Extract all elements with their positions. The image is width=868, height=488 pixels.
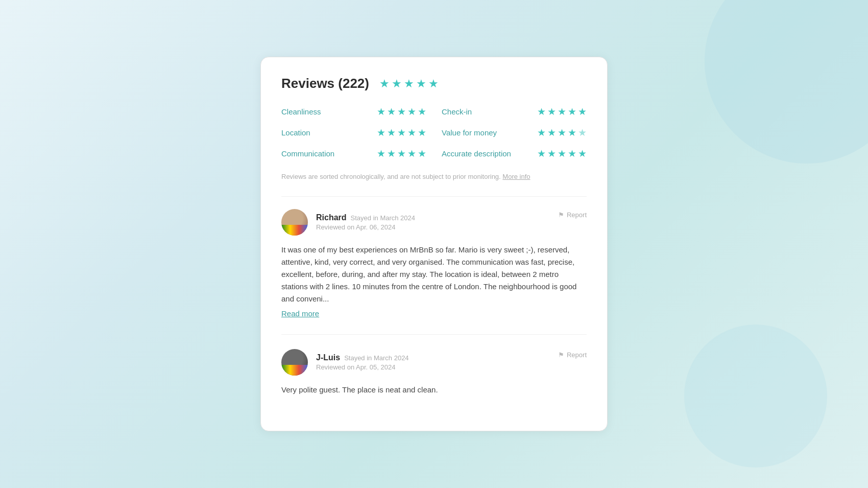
check-in-stars: ★ ★ ★ ★ ★ — [537, 106, 587, 118]
reviewer-name-jluis: J-Luis — [316, 353, 340, 362]
star: ★ — [558, 148, 566, 159]
review-jluis-header: J-Luis Stayed in March 2024 Reviewed on … — [281, 349, 587, 376]
more-info-link[interactable]: More info — [502, 173, 530, 180]
reviews-header: Reviews (222) ★ ★ ★ ★ ★ — [281, 76, 587, 91]
accurate-description-stars: ★ ★ ★ ★ ★ — [537, 148, 587, 159]
communication-label: Communication — [281, 149, 334, 158]
star: ★ — [397, 106, 406, 118]
star: ★ — [578, 148, 587, 159]
star: ★ — [397, 148, 406, 159]
overall-star-5: ★ — [428, 77, 439, 90]
review-text-jluis: Very polite guest. The place is neat and… — [281, 384, 587, 396]
star: ★ — [537, 106, 546, 118]
rating-cleanliness: Cleanliness ★ ★ ★ ★ ★ — [281, 106, 426, 118]
star: ★ — [407, 148, 416, 159]
value-for-money-label: Value for money — [442, 128, 497, 137]
flag-icon: ⚑ — [558, 351, 564, 359]
flag-icon: ⚑ — [558, 211, 564, 219]
review-richard-header: Richard Stayed in March 2024 Reviewed on… — [281, 209, 587, 236]
star: ★ — [407, 127, 416, 138]
star: ★ — [547, 106, 556, 118]
star: ★ — [377, 127, 385, 138]
location-label: Location — [281, 128, 332, 137]
cleanliness-stars: ★ ★ ★ ★ ★ — [377, 106, 426, 118]
star: ★ — [387, 106, 396, 118]
rating-accurate-description: Accurate description ★ ★ ★ ★ ★ — [442, 148, 587, 159]
star: ★ — [568, 127, 576, 138]
sort-notice: Reviews are sorted chronologically, and … — [281, 172, 587, 182]
review-jluis: J-Luis Stayed in March 2024 Reviewed on … — [281, 349, 587, 396]
overall-star-2: ★ — [392, 77, 402, 90]
reviews-card: Reviews (222) ★ ★ ★ ★ ★ Cleanliness ★ ★ … — [260, 57, 608, 431]
value-for-money-stars: ★ ★ ★ ★ ★ — [537, 127, 587, 138]
star: ★ — [397, 127, 406, 138]
rating-value-for-money: Value for money ★ ★ ★ ★ ★ — [442, 127, 587, 138]
star: ★ — [547, 148, 556, 159]
star: ★ — [418, 148, 426, 159]
read-more-richard[interactable]: Read more — [281, 309, 319, 318]
report-button-richard[interactable]: ⚑ Report — [558, 209, 587, 221]
avatar-richard — [281, 209, 308, 236]
star: ★ — [537, 127, 546, 138]
star: ★ — [418, 106, 426, 118]
rating-check-in: Check-in ★ ★ ★ ★ ★ — [442, 106, 587, 118]
overall-star-4: ★ — [416, 77, 426, 90]
star: ★ — [407, 106, 416, 118]
communication-stars: ★ ★ ★ ★ ★ — [377, 148, 426, 159]
rating-location: Location ★ ★ ★ ★ ★ — [281, 127, 426, 138]
review-richard: Richard Stayed in March 2024 Reviewed on… — [281, 209, 587, 318]
star: ★ — [418, 127, 426, 138]
star: ★ — [568, 148, 576, 159]
header-divider — [281, 196, 587, 197]
star: ★ — [547, 127, 556, 138]
location-stars: ★ ★ ★ ★ ★ — [377, 127, 426, 138]
check-in-label: Check-in — [442, 107, 493, 116]
star: ★ — [578, 106, 587, 118]
rating-communication: Communication ★ ★ ★ ★ ★ — [281, 148, 426, 159]
reviewer-info-jluis: J-Luis Stayed in March 2024 Reviewed on … — [281, 349, 409, 376]
cleanliness-label: Cleanliness — [281, 107, 332, 116]
star: ★ — [568, 106, 576, 118]
reviewer-stay-richard: Stayed in March 2024 — [351, 214, 415, 222]
overall-star-1: ★ — [379, 77, 390, 90]
reviewer-name-richard: Richard — [316, 213, 347, 222]
reviewed-date-richard: Reviewed on Apr. 06, 2024 — [316, 223, 415, 231]
reviews-title: Reviews (222) — [281, 76, 369, 91]
report-button-jluis[interactable]: ⚑ Report — [558, 349, 587, 361]
reviewed-date-jluis: Reviewed on Apr. 05, 2024 — [316, 363, 409, 371]
star: ★ — [558, 106, 566, 118]
star: ★ — [537, 148, 546, 159]
star: ★ — [558, 127, 566, 138]
star: ★ — [387, 148, 396, 159]
review-text-richard: It was one of my best experiences on MrB… — [281, 244, 587, 305]
avatar-jluis — [281, 349, 308, 376]
review-separator — [281, 334, 587, 335]
accurate-description-label: Accurate description — [442, 149, 511, 158]
overall-stars: ★ ★ ★ ★ ★ — [379, 77, 439, 90]
star-half: ★ — [578, 127, 587, 138]
star: ★ — [377, 148, 385, 159]
reviewer-stay-jluis: Stayed in March 2024 — [344, 354, 408, 362]
ratings-grid: Cleanliness ★ ★ ★ ★ ★ Check-in ★ ★ ★ ★ ★… — [281, 106, 587, 159]
star: ★ — [377, 106, 385, 118]
reviewer-info-richard: Richard Stayed in March 2024 Reviewed on… — [281, 209, 415, 236]
overall-star-3: ★ — [404, 77, 414, 90]
reviewer-meta-jluis: J-Luis Stayed in March 2024 Reviewed on … — [316, 353, 409, 371]
reviewer-meta-richard: Richard Stayed in March 2024 Reviewed on… — [316, 213, 415, 231]
star: ★ — [387, 127, 396, 138]
